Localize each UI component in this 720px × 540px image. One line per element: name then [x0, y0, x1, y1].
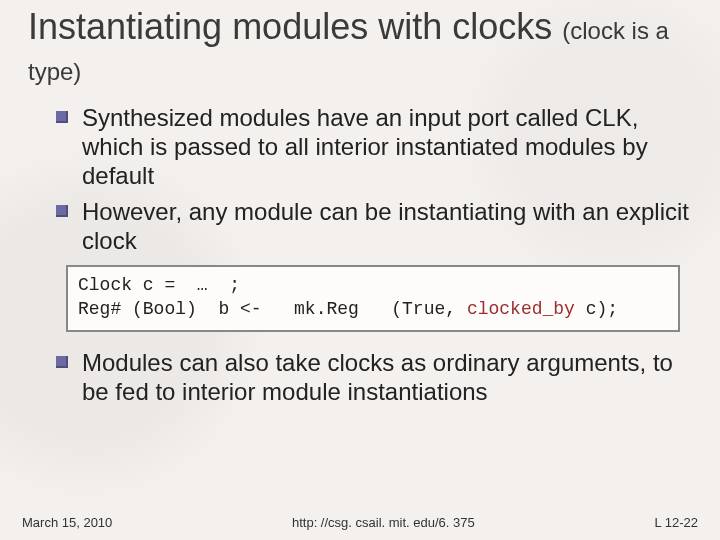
title-main: Instantiating modules with clocks: [28, 6, 552, 47]
footer-page: L 12-22: [654, 515, 698, 530]
bullet-text: Synthesized modules have an input port c…: [82, 104, 648, 190]
code-line-2a: Reg# (Bool) b <- mk.Reg (True,: [78, 299, 467, 319]
bullet-item: Synthesized modules have an input port c…: [56, 103, 692, 191]
bullet-text: However, any module can be instantiating…: [82, 198, 689, 254]
bullet-item: Modules can also take clocks as ordinary…: [56, 348, 692, 407]
bullet-item: However, any module can be instantiating…: [56, 197, 692, 256]
code-line-2b: c);: [575, 299, 618, 319]
slide-title: Instantiating modules with clocks (clock…: [28, 6, 692, 89]
footer-url: http: //csg. csail. mit. edu/6. 375: [112, 515, 654, 530]
slide: Instantiating modules with clocks (clock…: [0, 0, 720, 540]
code-line-1: Clock c = … ;: [78, 275, 240, 295]
bullet-text: Modules can also take clocks as ordinary…: [82, 349, 673, 405]
code-block: Clock c = … ; Reg# (Bool) b <- mk.Reg (T…: [66, 265, 680, 332]
footer-date: March 15, 2010: [22, 515, 112, 530]
footer: March 15, 2010 http: //csg. csail. mit. …: [0, 515, 720, 530]
bullet-list-bottom: Modules can also take clocks as ordinary…: [56, 348, 692, 407]
code-keyword: clocked_by: [467, 299, 575, 319]
bullet-list-top: Synthesized modules have an input port c…: [56, 103, 692, 255]
